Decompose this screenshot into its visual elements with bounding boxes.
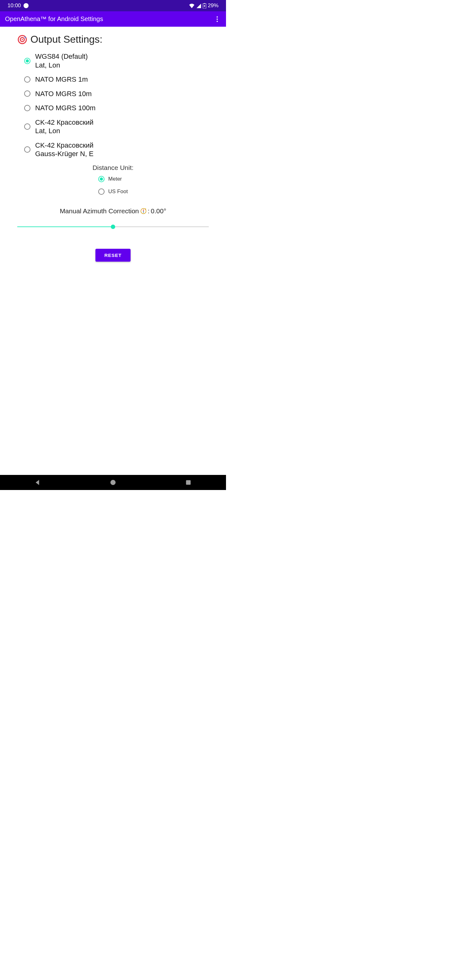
face-icon — [24, 3, 29, 8]
radio-button[interactable] — [24, 58, 30, 64]
radio-label: WGS84 (Default) Lat, Lon — [35, 52, 88, 69]
distance-unit-title: Distance Unit: — [17, 164, 209, 172]
distance-unit-option[interactable]: Meter — [98, 176, 122, 182]
battery-icon — [203, 3, 206, 8]
home-icon[interactable] — [109, 479, 116, 486]
status-bar: 10:00 29% — [0, 0, 226, 11]
app-bar: OpenAthena™ for Android Settings — [0, 11, 226, 27]
output-format-option[interactable]: NATO MGRS 1m — [24, 75, 209, 84]
section-title: Output Settings: — [30, 33, 102, 45]
radio-button[interactable] — [24, 76, 30, 83]
status-time: 10:00 — [8, 3, 21, 9]
output-format-option[interactable]: NATO MGRS 100m — [24, 103, 209, 113]
azimuth-label: Manual Azimuth Correction : 0.00° — [17, 207, 209, 215]
azimuth-slider[interactable] — [17, 224, 209, 230]
section-header: Output Settings: — [17, 33, 209, 45]
back-icon[interactable] — [34, 479, 41, 486]
signal-icon — [196, 3, 201, 8]
svg-rect-10 — [186, 480, 191, 485]
radio-button[interactable] — [24, 91, 30, 97]
radio-button[interactable] — [98, 188, 105, 195]
svg-rect-1 — [204, 3, 205, 4]
svg-point-8 — [145, 208, 146, 209]
output-format-option[interactable]: CK-42 Красовский Lat, Lon — [24, 118, 209, 135]
radio-label: CK-42 Красовский Lat, Lon — [35, 118, 94, 135]
navigation-bar — [0, 475, 226, 490]
radio-button[interactable] — [24, 146, 30, 153]
battery-percent: 29% — [208, 3, 219, 9]
distance-unit-option[interactable]: US Foot — [98, 188, 128, 195]
radio-label: NATO MGRS 1m — [35, 75, 88, 84]
output-format-option[interactable]: WGS84 (Default) Lat, Lon — [24, 52, 209, 69]
output-format-option[interactable]: CK-42 Красовский Gauss-Krüger N, E — [24, 141, 209, 158]
radio-label: NATO MGRS 100m — [35, 103, 95, 113]
target-icon — [17, 35, 27, 45]
radio-label: NATO MGRS 10m — [35, 89, 92, 98]
reset-button[interactable]: RESET — [95, 249, 130, 262]
radio-label: CK-42 Красовский Gauss-Krüger N, E — [35, 141, 94, 158]
azimuth-value: 0.00° — [151, 207, 166, 215]
app-title: OpenAthena™ for Android Settings — [5, 15, 213, 22]
compass-icon — [140, 208, 147, 214]
radio-button[interactable] — [24, 123, 30, 130]
svg-point-6 — [22, 39, 23, 40]
recents-icon[interactable] — [185, 479, 192, 486]
radio-button[interactable] — [24, 105, 30, 111]
radio-label: US Foot — [108, 188, 128, 195]
overflow-menu-icon[interactable] — [213, 15, 221, 23]
radio-label: Meter — [108, 176, 122, 182]
radio-button[interactable] — [98, 176, 105, 182]
output-format-radio-group: WGS84 (Default) Lat, LonNATO MGRS 1mNATO… — [17, 52, 209, 158]
distance-unit-section: Distance Unit: MeterUS Foot — [17, 164, 209, 195]
wifi-icon — [189, 3, 195, 8]
content: Output Settings: WGS84 (Default) Lat, Lo… — [0, 27, 226, 262]
azimuth-section: Manual Azimuth Correction : 0.00° — [17, 207, 209, 230]
svg-point-9 — [111, 480, 116, 485]
output-format-option[interactable]: NATO MGRS 10m — [24, 89, 209, 98]
